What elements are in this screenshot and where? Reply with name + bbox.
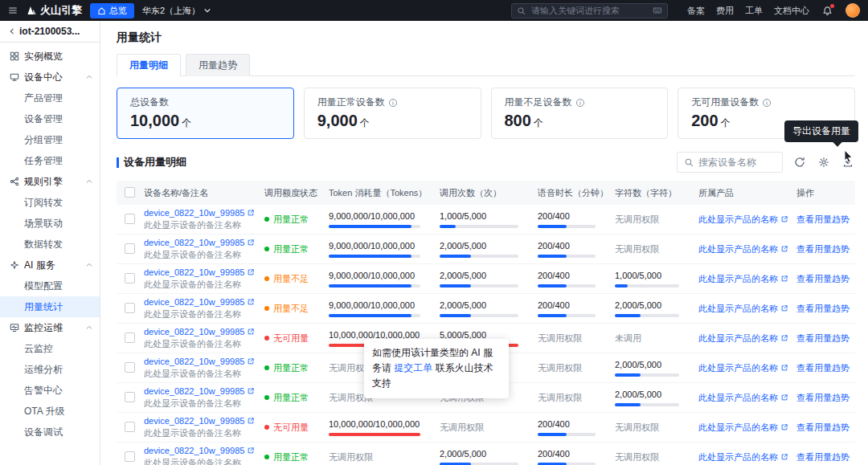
product-link[interactable]: 此处显示产品的名称 (698, 214, 788, 226)
sidebar-item[interactable]: 场景联动 (0, 213, 100, 234)
sidebar-item[interactable]: 设备调试 (0, 422, 100, 443)
product-link[interactable]: 此处显示产品的名称 (698, 362, 788, 374)
topbar-link-0[interactable]: 备案 (687, 5, 705, 17)
device-cell: device_0822_10w_99985此处显示设备的备注名称 (144, 357, 264, 380)
sidebar-item-label: 用量统计 (24, 300, 63, 314)
sidebar-item[interactable]: 用量统计 (0, 296, 100, 317)
table-row: device_0822_10w_99985此处显示设备的备注名称用量正常9,00… (117, 205, 855, 235)
product-link[interactable]: 此处显示产品的名称 (698, 303, 788, 315)
device-name-link[interactable]: device_0822_10w_99985 (144, 327, 255, 337)
stat-card-label: 用量正常设备数 (317, 96, 468, 109)
sidebar-item[interactable]: 数据转发 (0, 234, 100, 255)
nav-overview[interactable]: 总览 (90, 3, 134, 18)
device-name-link[interactable]: device_0822_10w_99985 (144, 208, 255, 218)
metric-cell: 2,000/5,000 (440, 241, 538, 258)
sidebar-group-3[interactable]: AI 服务 (0, 255, 100, 275)
product-link[interactable]: 此处显示产品的名称 (698, 243, 788, 255)
row-checkbox[interactable] (125, 392, 135, 402)
export-tooltip-label: 导出设备用量 (792, 125, 850, 137)
product-link[interactable]: 此处显示产品的名称 (698, 332, 788, 345)
sidebar-item[interactable]: OTA 升级 (0, 401, 100, 422)
device-remark: 此处显示设备的备注名称 (144, 338, 258, 350)
sidebar-group-2[interactable]: 规则引擎 (0, 171, 100, 192)
info-icon (762, 98, 772, 108)
region-selector[interactable]: 华东2（上海） (142, 5, 211, 17)
export-button[interactable] (841, 155, 855, 169)
sidebar-group-1[interactable]: 设备中心 (0, 67, 100, 88)
device-name-link[interactable]: device_0822_10w_99985 (144, 386, 255, 396)
user-avatar[interactable] (845, 3, 860, 18)
row-checkbox[interactable] (125, 332, 135, 343)
select-all-checkbox[interactable] (125, 187, 135, 198)
quota-tooltip: 如需使用该计量类型的 AI 服务请 提交工单 联系火山技术支持 (364, 339, 509, 398)
view-trend-link[interactable]: 查看用量趋势 (796, 273, 850, 285)
usage-progress-bar (329, 314, 420, 317)
row-checkbox[interactable] (125, 243, 135, 254)
tab-1[interactable]: 用量趋势 (186, 54, 250, 76)
metric-cell: 2,000/5,000 (440, 300, 538, 317)
metric-cell: 无调用权限 (538, 392, 615, 404)
global-search-input[interactable] (530, 5, 649, 16)
device-name-link[interactable]: device_0822_10w_99985 (144, 446, 255, 455)
view-trend-link[interactable]: 查看用量趋势 (796, 332, 850, 345)
device-name-link[interactable]: device_0822_10w_99985 (144, 238, 255, 247)
view-trend-link[interactable]: 查看用量趋势 (796, 392, 850, 404)
sidebar-item-label: 订阅转发 (24, 196, 63, 210)
sidebar-item[interactable]: 模型配置 (0, 275, 100, 296)
metric-cell: 200/400 (538, 419, 615, 436)
device-name-link[interactable]: device_0822_10w_99985 (144, 267, 255, 277)
global-search[interactable] (511, 3, 668, 18)
notification-bell[interactable] (822, 6, 833, 16)
external-link-icon (780, 453, 788, 461)
instance-selector[interactable]: iot-2100053... (0, 21, 100, 43)
settings-button[interactable] (817, 155, 831, 169)
usage-progress-bar (615, 373, 679, 377)
product-cell: 此处显示产品的名称 (698, 214, 796, 226)
metric-cell: 200/400 (538, 211, 615, 228)
product-link[interactable]: 此处显示产品的名称 (698, 422, 788, 434)
view-trend-link[interactable]: 查看用量趋势 (796, 303, 850, 315)
device-name-link[interactable]: device_0822_10w_99985 (144, 357, 255, 366)
topbar-link-3[interactable]: 文档中心 (774, 5, 809, 17)
view-trend-link[interactable]: 查看用量趋势 (796, 243, 850, 255)
view-trend-link[interactable]: 查看用量趋势 (796, 362, 850, 374)
row-checkbox[interactable] (125, 422, 135, 432)
external-link-icon (780, 275, 788, 283)
sidebar-item[interactable]: 设备管理 (0, 108, 100, 129)
sidebar-item[interactable]: 任务管理 (0, 150, 100, 171)
row-checkbox[interactable] (125, 303, 135, 313)
sidebar-item[interactable]: 分组管理 (0, 129, 100, 150)
product-link[interactable]: 此处显示产品的名称 (698, 451, 788, 463)
topbar-link-1[interactable]: 费用 (716, 5, 734, 17)
stat-card-1[interactable]: 用量正常设备数9,000个 (304, 88, 481, 139)
stat-card-0[interactable]: 总设备数10,000个 (117, 88, 294, 139)
device-name-link[interactable]: device_0822_10w_99985 (144, 416, 255, 426)
submit-ticket-link[interactable]: 提交工单 (394, 362, 432, 373)
sidebar-item[interactable]: 告警中心 (0, 380, 100, 401)
topbar-link-2[interactable]: 工单 (745, 5, 763, 17)
sidebar-group-4[interactable]: 监控运维 (0, 317, 100, 338)
device-search[interactable] (677, 152, 783, 173)
product-link[interactable]: 此处显示产品的名称 (698, 392, 788, 404)
refresh-button[interactable] (792, 155, 807, 169)
sidebar-item[interactable]: 运维分析 (0, 359, 100, 380)
sidebar-item[interactable]: 订阅转发 (0, 192, 100, 213)
stat-card-2[interactable]: 用量不足设备数800个 (491, 88, 669, 139)
menu-icon[interactable] (8, 6, 18, 15)
sidebar-item[interactable]: 产品管理 (0, 88, 100, 108)
sidebar-group-0[interactable]: 实例概览 (0, 46, 100, 67)
row-checkbox[interactable] (125, 214, 135, 224)
volcengine-logo[interactable]: 火山引擎 (26, 3, 82, 18)
view-trend-link[interactable]: 查看用量趋势 (796, 422, 850, 434)
row-checkbox[interactable] (125, 362, 135, 373)
view-trend-link[interactable]: 查看用量趋势 (796, 451, 850, 463)
row-checkbox[interactable] (125, 451, 135, 462)
device-search-input[interactable] (697, 156, 776, 169)
row-checkbox[interactable] (125, 273, 135, 283)
device-name-link[interactable]: device_0822_10w_99985 (144, 297, 255, 307)
sidebar-item[interactable]: 云监控 (0, 338, 100, 359)
sidebar-item-label: 设备管理 (24, 112, 63, 126)
product-link[interactable]: 此处显示产品的名称 (698, 273, 788, 285)
view-trend-link[interactable]: 查看用量趋势 (796, 214, 850, 226)
tab-0[interactable]: 用量明细 (117, 54, 181, 76)
